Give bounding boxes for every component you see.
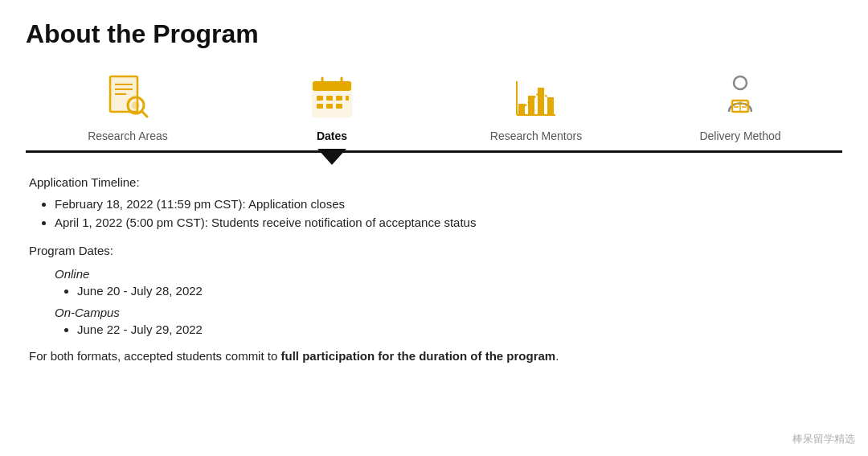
oncampus-dates-list: June 22 - July 29, 2022 [55,322,839,336]
timeline-list: February 18, 2022 (11:59 pm CST): Applic… [29,197,839,229]
oncampus-section: On-Campus June 22 - July 29, 2022 [55,306,839,336]
svg-rect-14 [336,96,342,101]
dates-icon [306,72,358,123]
svg-rect-12 [317,96,323,101]
footer-note-start: For both formats, accepted students comm… [29,349,280,363]
svg-rect-22 [547,97,554,115]
research-mentors-icon [510,72,562,123]
svg-rect-17 [336,104,342,109]
footer-note: For both formats, accepted students comm… [29,349,839,363]
tab-research-areas[interactable]: Research Areas [26,72,230,142]
tab-delivery-method-label: Delivery Method [699,129,780,142]
tab-divider [26,150,842,153]
svg-rect-16 [326,104,333,109]
svg-rect-20 [528,96,534,115]
tab-research-mentors[interactable]: Research Mentors [434,72,638,142]
tab-dates-label: Dates [317,129,347,142]
online-section: Online June 20 - July 28, 2022 [55,267,839,298]
svg-line-7 [141,111,147,117]
watermark: 棒呆留学精选 [792,432,855,446]
svg-rect-13 [326,96,333,101]
active-tab-indicator [317,149,346,165]
footer-note-end: . [555,349,559,363]
svg-rect-15 [317,104,323,109]
svg-rect-19 [518,104,525,115]
tab-navigation: Research Areas [26,72,842,150]
content-area: Application Timeline: February 18, 2022 … [26,172,842,363]
svg-rect-9 [313,81,351,91]
oncampus-date-item: June 22 - July 29, 2022 [77,322,839,336]
svg-point-25 [734,76,747,89]
tab-delivery-method[interactable]: Delivery Method [638,72,842,142]
online-dates-list: June 20 - July 28, 2022 [55,284,839,298]
program-dates-label: Program Dates: [29,244,839,257]
delivery-method-icon [714,72,766,123]
online-date-item: June 20 - July 28, 2022 [77,284,839,298]
page-title: About the Program [26,19,842,49]
svg-point-6 [132,101,140,109]
online-label: Online [55,267,839,281]
svg-rect-18 [346,96,349,101]
tab-research-mentors-label: Research Mentors [490,129,582,142]
tab-dates[interactable]: Dates [230,72,434,142]
timeline-item-1: February 18, 2022 (11:59 pm CST): Applic… [55,197,839,211]
footer-note-bold: full participation for the duration of t… [280,349,555,363]
timeline-item-2: April 1, 2022 (5:00 pm CST): Students re… [55,216,839,229]
oncampus-label: On-Campus [55,306,839,319]
application-timeline-label: Application Timeline: [29,175,839,189]
tab-research-areas-label: Research Areas [88,129,168,142]
research-areas-icon [102,72,154,123]
